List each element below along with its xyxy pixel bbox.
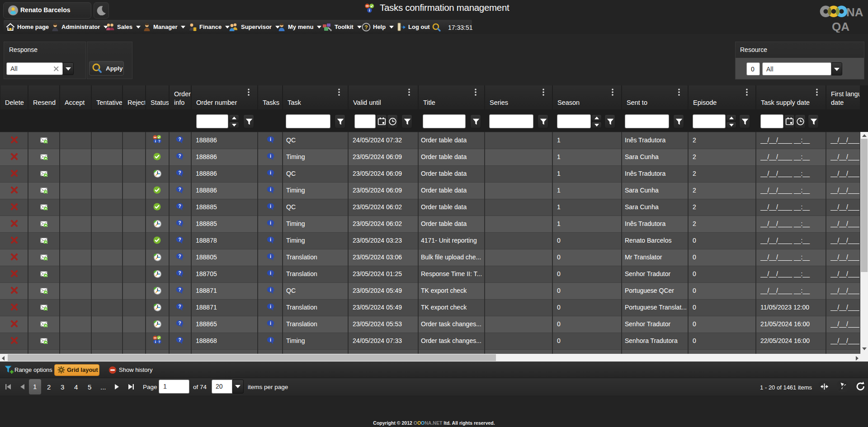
svg-text:QA: QA [832,20,849,33]
svg-text:i: i [270,271,271,276]
svg-text:?: ? [158,139,160,143]
svg-text:?: ? [178,204,181,209]
svg-text:?: ? [178,321,181,326]
svg-text:i: i [270,321,271,326]
svg-text:i: i [270,204,271,209]
svg-text:i: i [270,170,271,175]
svg-text:?: ? [178,187,181,192]
svg-text:?: ? [178,221,181,225]
svg-text:i: i [270,254,271,259]
svg-text:i: i [270,137,271,142]
svg-text:?: ? [178,237,181,242]
svg-text:?: ? [178,287,181,292]
svg-text:?: ? [364,24,368,30]
svg-text:i: i [270,154,271,159]
svg-text:?: ? [178,254,181,259]
svg-text:?: ? [178,170,181,175]
svg-text:?: ? [158,340,160,344]
svg-text:i: i [270,287,271,292]
svg-text:i: i [270,304,271,309]
svg-text:?: ? [178,304,181,309]
svg-text:?: ? [178,271,181,276]
svg-text:NA: NA [846,5,863,19]
svg-text:?: ? [178,338,181,343]
svg-text:i: i [270,187,271,192]
svg-text:?: ? [178,137,181,142]
svg-text:i: i [270,338,271,343]
svg-text:i: i [270,237,271,242]
svg-text:?: ? [178,154,181,159]
svg-text:i: i [270,221,271,225]
